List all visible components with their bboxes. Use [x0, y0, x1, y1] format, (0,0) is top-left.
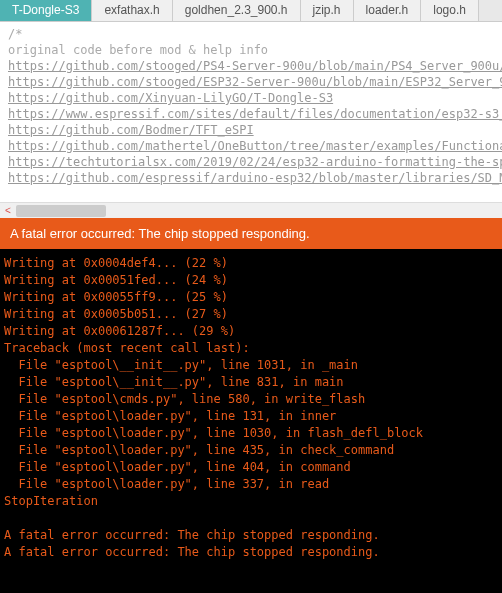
console-output[interactable]: Writing at 0x0004def4... (22 %) Writing … — [0, 249, 502, 593]
tab-bar: T-Dongle-S3exfathax.hgoldhen_2.3_900.hjz… — [0, 0, 502, 22]
editor-link[interactable]: https://techtutorialsx.com/2019/02/24/es… — [8, 155, 502, 169]
horizontal-scrollbar[interactable]: < — [0, 202, 502, 218]
editor-line: https://github.com/espressif/arduino-esp… — [8, 170, 494, 186]
tab-2[interactable]: goldhen_2.3_900.h — [173, 0, 301, 21]
tab-5[interactable]: logo.h — [421, 0, 479, 21]
editor-line: https://github.com/mathertel/OneButton/t… — [8, 138, 494, 154]
editor-line: https://techtutorialsx.com/2019/02/24/es… — [8, 154, 494, 170]
editor-link[interactable]: https://github.com/mathertel/OneButton/t… — [8, 139, 502, 153]
error-banner: A fatal error occurred: The chip stopped… — [0, 218, 502, 249]
editor-link[interactable]: https://www.espressif.com/sites/default/… — [8, 107, 502, 121]
editor-line: https://github.com/stooged/PS4-Server-90… — [8, 58, 494, 74]
editor-line: https://github.com/Xinyuan-LilyGO/T-Dong… — [8, 90, 494, 106]
editor-link[interactable]: https://github.com/Xinyuan-LilyGO/T-Dong… — [8, 91, 333, 105]
scroll-track[interactable] — [16, 205, 502, 217]
editor-link[interactable]: https://github.com/espressif/arduino-esp… — [8, 171, 502, 185]
tab-4[interactable]: loader.h — [354, 0, 422, 21]
editor-line: /* — [8, 26, 494, 42]
code-editor[interactable]: /*original code before mod & help infoht… — [0, 22, 502, 202]
scroll-thumb[interactable] — [16, 205, 106, 217]
editor-link[interactable]: https://github.com/Bodmer/TFT_eSPI — [8, 123, 254, 137]
editor-line: https://www.espressif.com/sites/default/… — [8, 106, 494, 122]
scroll-left-arrow[interactable]: < — [0, 203, 16, 219]
tab-0[interactable]: T-Dongle-S3 — [0, 0, 92, 21]
tab-3[interactable]: jzip.h — [301, 0, 354, 21]
editor-line: https://github.com/stooged/ESP32-Server-… — [8, 74, 494, 90]
tab-1[interactable]: exfathax.h — [92, 0, 172, 21]
editor-line: original code before mod & help info — [8, 42, 494, 58]
editor-link[interactable]: https://github.com/stooged/ESP32-Server-… — [8, 75, 502, 89]
editor-line: https://github.com/Bodmer/TFT_eSPI — [8, 122, 494, 138]
editor-link[interactable]: https://github.com/stooged/PS4-Server-90… — [8, 59, 502, 73]
